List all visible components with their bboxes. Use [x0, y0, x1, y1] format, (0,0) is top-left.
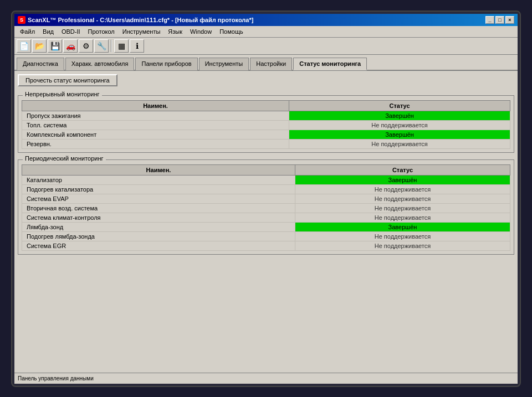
continuous-monitoring-title: Непрерывный мониторинг: [23, 91, 102, 97]
row-name: Комплексный компонент: [22, 130, 289, 139]
read-status-button[interactable]: Прочесть статус мониторинга: [18, 74, 117, 86]
toolbar-tools-button[interactable]: 🔧: [94, 39, 109, 53]
row-name: Пропуск зажигания: [22, 111, 289, 120]
tab-vehicle[interactable]: Харакк. автомобиля: [65, 58, 135, 70]
table-row: Резервн. Не поддерживается: [22, 139, 510, 148]
close-button[interactable]: ×: [505, 16, 514, 24]
row-status: Не поддерживается: [289, 139, 510, 148]
continuous-monitoring-group: Непрерывный мониторинг Наимен. Статус Пр…: [18, 95, 514, 153]
status-bar: Панель управления данными: [14, 373, 518, 384]
toolbar-open-button[interactable]: 📂: [32, 39, 47, 53]
row-status: Завершён: [289, 111, 510, 120]
row-name: Резервн.: [22, 139, 289, 148]
menu-bar: Файл Вид OBD-II Протокол Инструменты Язы…: [14, 26, 518, 38]
row-name: Топл. система: [22, 120, 289, 130]
toolbar-separator: [111, 40, 112, 52]
menu-obd[interactable]: OBD-II: [58, 27, 84, 36]
row-name: Система EGR: [22, 241, 295, 250]
row-status: Не поддерживается: [295, 203, 510, 213]
table-row: Комплексный компонент Завершён: [22, 130, 510, 139]
row-name: Система климат-контроля: [22, 213, 295, 222]
table-row: Вторичная возд. система Не поддерживаетс…: [22, 203, 510, 213]
tab-dashboards[interactable]: Панели приборов: [135, 58, 197, 70]
app-icon: S: [18, 16, 25, 24]
menu-language[interactable]: Язык: [165, 27, 186, 36]
continuous-monitoring-table: Наимен. Статус Пропуск зажигания Завершё…: [22, 100, 510, 149]
row-status: Завершён: [289, 130, 510, 139]
menu-view[interactable]: Вид: [39, 27, 57, 36]
row-status: Не поддерживается: [295, 184, 510, 194]
row-status: Не поддерживается: [295, 241, 510, 250]
row-name: Катализатор: [22, 175, 295, 184]
table-row: Подогрев катализатора Не поддерживается: [22, 184, 510, 194]
toolbar-car-button[interactable]: 🚗: [63, 39, 78, 53]
row-status: Завершён: [295, 175, 510, 184]
content-area: Прочесть статус мониторинга Непрерывный …: [14, 71, 518, 373]
main-window: S ScanXL™ Professional - C:\Users\admin\…: [14, 14, 518, 384]
row-name: Система EVAP: [22, 194, 295, 203]
row-status: Не поддерживается: [295, 194, 510, 203]
menu-tools[interactable]: Инструменты: [119, 27, 164, 36]
toolbar-grid-button[interactable]: ▦: [114, 39, 129, 53]
row-status: Не поддерживается: [295, 213, 510, 222]
toolbar-settings-button[interactable]: ⚙: [79, 39, 93, 53]
table-row: Катализатор Завершён: [22, 175, 510, 184]
tab-monitor-status[interactable]: Статус мониторинга: [293, 58, 367, 70]
menu-help[interactable]: Помощь: [216, 27, 247, 36]
window-title: ScanXL™ Professional - C:\Users\admin\11…: [28, 17, 483, 23]
row-name: Подогрев лямбда-зонда: [22, 231, 295, 241]
minimize-button[interactable]: _: [485, 16, 494, 24]
maximize-button[interactable]: □: [495, 16, 504, 24]
table-row: Лямбда-зонд Завершён: [22, 222, 510, 231]
menu-file[interactable]: Файл: [17, 27, 38, 36]
continuous-col-name: Наимен.: [22, 100, 289, 111]
window-controls: _ □ ×: [485, 16, 514, 24]
row-name: Вторичная возд. система: [22, 203, 295, 213]
table-row: Система EGR Не поддерживается: [22, 241, 510, 250]
title-bar: S ScanXL™ Professional - C:\Users\admin\…: [14, 14, 518, 26]
table-row: Пропуск зажигания Завершён: [22, 111, 510, 120]
toolbar: 📄 📂 💾 🚗 ⚙ 🔧 ▦ ℹ: [14, 38, 518, 55]
toolbar-new-button[interactable]: 📄: [17, 39, 31, 53]
menu-protocol[interactable]: Протокол: [85, 27, 118, 36]
table-row: Подогрев лямбда-зонда Не поддерживается: [22, 231, 510, 241]
tabs-bar: Диагностика Харакк. автомобиля Панели пр…: [14, 55, 518, 71]
toolbar-save-button[interactable]: 💾: [48, 39, 62, 53]
table-row: Топл. система Не поддерживается: [22, 120, 510, 130]
row-status: Не поддерживается: [295, 231, 510, 241]
row-status: Завершён: [295, 222, 510, 231]
status-bar-text: Панель управления данными: [18, 375, 94, 381]
tab-settings[interactable]: Настройки: [250, 58, 292, 70]
row-status: Не поддерживается: [289, 120, 510, 130]
table-row: Система климат-контроля Не поддерживаетс…: [22, 213, 510, 222]
periodic-monitoring-group: Периодический мониторинг Наимен. Статус …: [18, 159, 514, 255]
tab-diagnostics[interactable]: Диагностика: [17, 58, 64, 70]
periodic-col-status: Статус: [295, 164, 510, 175]
table-row: Система EVAP Не поддерживается: [22, 194, 510, 203]
periodic-col-name: Наимен.: [22, 164, 295, 175]
continuous-col-status: Статус: [289, 100, 510, 111]
row-name: Подогрев катализатора: [22, 184, 295, 194]
row-name: Лямбда-зонд: [22, 222, 295, 231]
tab-tools[interactable]: Инструменты: [199, 58, 249, 70]
periodic-monitoring-table: Наимен. Статус Катализатор Завершён Подо…: [22, 164, 510, 251]
toolbar-info-button[interactable]: ℹ: [130, 39, 144, 53]
periodic-monitoring-title: Периодический мониторинг: [23, 155, 106, 162]
menu-window[interactable]: Window: [187, 27, 215, 36]
